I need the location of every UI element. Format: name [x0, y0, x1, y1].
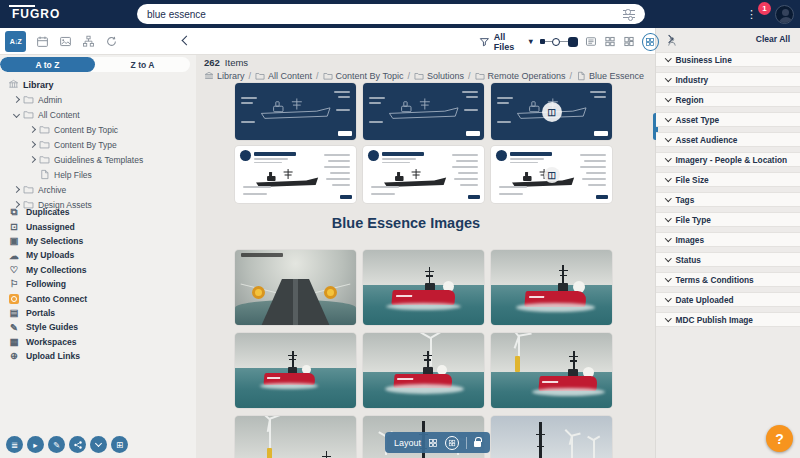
collapse-button[interactable] — [90, 436, 107, 453]
tree-item-admin[interactable]: Admin — [0, 92, 196, 107]
photo-thumbnail[interactable] — [491, 250, 612, 325]
lock-icon[interactable] — [474, 441, 481, 447]
grid-view-icon[interactable] — [604, 35, 616, 48]
search-filter-icon[interactable] — [623, 9, 635, 19]
breadcrumb-library[interactable]: Library — [204, 71, 245, 81]
photo-thumbnail[interactable] — [491, 333, 612, 408]
filter-region[interactable]: Region — [656, 92, 800, 107]
life-buoy — [324, 286, 337, 299]
sort-az-icon[interactable] — [5, 31, 26, 52]
sidebar-item-following[interactable]: ⚐Following — [0, 277, 196, 291]
sidebar-item-my-uploads[interactable]: ☁My Uploads — [0, 248, 196, 262]
collapse-sidebar-icon[interactable] — [182, 36, 192, 46]
chevron-right-icon[interactable] — [29, 126, 36, 133]
library-icon — [204, 71, 214, 81]
refresh-icon[interactable] — [105, 35, 118, 48]
photo-thumbnail[interactable] — [363, 333, 484, 408]
filter-imagery-people-location[interactable]: Imagery - People & Location — [656, 152, 800, 167]
chevron-down-icon — [665, 55, 671, 61]
unassigned-icon: ⊡ — [8, 222, 20, 232]
document-thumbnail[interactable]: ◫ — [491, 83, 612, 140]
document-thumbnail[interactable] — [235, 146, 356, 203]
breadcrumb-remote-operations[interactable]: Remote Operations — [475, 71, 566, 81]
tree-item-guidelines-templates[interactable]: Guidelines & Templates — [0, 152, 196, 167]
filter-mdc-publish-image[interactable]: MDC Publish Image — [656, 312, 800, 327]
photo-thumbnail[interactable] — [235, 416, 356, 458]
sidebar-item-duplicates[interactable]: ⧉Duplicates — [0, 205, 196, 219]
sidebar-item-my-collections[interactable]: ♡My Collections — [0, 263, 196, 277]
calendar-icon[interactable] — [36, 35, 49, 48]
portal-window-icon: ▤ — [8, 308, 20, 318]
avatar[interactable] — [775, 5, 794, 24]
report-button[interactable]: ≣ — [6, 436, 23, 453]
breadcrumb-solutions[interactable]: Solutions — [414, 71, 464, 81]
breadcrumb-content-by-topic[interactable]: Content By Topic — [323, 71, 404, 81]
library-icon — [8, 79, 19, 90]
sidebar-item-upload-links[interactable]: ⊕Upload Links — [0, 349, 196, 363]
thumbnail-size-slider[interactable] — [540, 37, 579, 47]
filter-date-uploaded[interactable]: Date Uploaded — [656, 292, 800, 307]
sitemap-icon[interactable] — [82, 35, 95, 48]
document-thumbnail[interactable] — [235, 83, 356, 140]
sidebar-item-my-selections[interactable]: ▣My Selections — [0, 234, 196, 248]
fugro-logo-mark — [594, 131, 608, 136]
layout-grid-icon[interactable] — [428, 438, 438, 448]
camera-timestamp — [241, 253, 283, 257]
help-button[interactable]: ? — [766, 425, 793, 452]
photo-thumbnail[interactable] — [235, 333, 356, 408]
person-view-icon[interactable] — [666, 35, 678, 48]
breadcrumb-all-content[interactable]: All Content — [255, 71, 312, 81]
photo-thumbnail[interactable] — [363, 250, 484, 325]
tree-item-all-content[interactable]: All Content — [0, 107, 196, 122]
breadcrumb-blue-essence[interactable]: Blue Essence — [576, 71, 644, 81]
photo-thumbnail[interactable] — [491, 416, 612, 458]
all-files-dropdown[interactable]: All Files ▾ — [479, 32, 533, 52]
filter-images[interactable]: Images — [656, 232, 800, 247]
filter-file-type[interactable]: File Type — [656, 212, 800, 227]
chevron-right-icon[interactable] — [13, 186, 20, 193]
share-button[interactable] — [69, 436, 86, 453]
filter-asset-audience[interactable]: Asset Audience — [656, 132, 800, 147]
sort-z-to-a[interactable]: Z to A — [95, 57, 190, 72]
tree-item-help-files[interactable]: Help Files — [0, 167, 196, 182]
sidebar-item-portals[interactable]: ▤Portals — [0, 306, 196, 320]
chevron-right-icon[interactable] — [13, 96, 20, 103]
custom-layout-view-icon[interactable] — [642, 33, 659, 51]
document-thumbnail[interactable] — [363, 146, 484, 203]
document-thumbnail[interactable] — [363, 83, 484, 140]
filter-asset-type[interactable]: Asset Type — [656, 112, 800, 127]
sidebar-item-canto-connect[interactable]: Canto Connect — [0, 291, 196, 305]
masonry-view-icon[interactable] — [623, 35, 635, 48]
filter-status[interactable]: Status — [656, 252, 800, 267]
sidebar-nav: ⧉Duplicates ⊡Unassigned ▣My Selections ☁… — [0, 205, 196, 363]
sidebar-item-style-guides[interactable]: ✎Style Guides — [0, 320, 196, 334]
media-player-button[interactable]: ▸ — [27, 436, 44, 453]
filter-file-size[interactable]: File Size — [656, 172, 800, 187]
edit-button[interactable]: ✎ — [48, 436, 65, 453]
search-input[interactable]: blue essence — [137, 4, 645, 24]
chevron-down-icon[interactable] — [13, 111, 20, 118]
tree-item-archive[interactable]: Archive — [0, 182, 196, 197]
chevron-right-icon[interactable] — [29, 156, 36, 163]
sidebar-item-unassigned[interactable]: ⊡Unassigned — [0, 219, 196, 233]
filter-tags[interactable]: Tags — [656, 192, 800, 207]
tree-item-content-by-topic[interactable]: Content By Topic — [0, 122, 196, 137]
pen-icon: ✎ — [8, 323, 20, 333]
tree-item-content-by-type[interactable]: Content By Type — [0, 137, 196, 152]
sort-a-to-z[interactable]: A to Z — [0, 57, 95, 72]
detail-view-icon[interactable] — [585, 35, 597, 48]
search-value: blue essence — [147, 9, 206, 20]
keypad-button[interactable]: ⊞ — [111, 436, 128, 453]
chevron-right-icon[interactable] — [29, 141, 36, 148]
notification-badge: 1 — [758, 2, 771, 15]
media-icon[interactable] — [59, 35, 72, 48]
filter-business-line[interactable]: Business Line — [656, 52, 800, 67]
filter-terms-conditions[interactable]: Terms & Conditions — [656, 272, 800, 287]
filter-industry[interactable]: Industry — [656, 72, 800, 87]
photo-thumbnail[interactable] — [235, 250, 356, 325]
clear-all-button[interactable]: Clear All — [756, 34, 790, 44]
tree-root-library[interactable]: Library — [0, 77, 196, 92]
layout-custom-icon[interactable] — [445, 436, 459, 450]
document-thumbnail[interactable]: ◫ — [491, 146, 612, 203]
sidebar-item-workspaces[interactable]: ▦Workspaces — [0, 335, 196, 349]
